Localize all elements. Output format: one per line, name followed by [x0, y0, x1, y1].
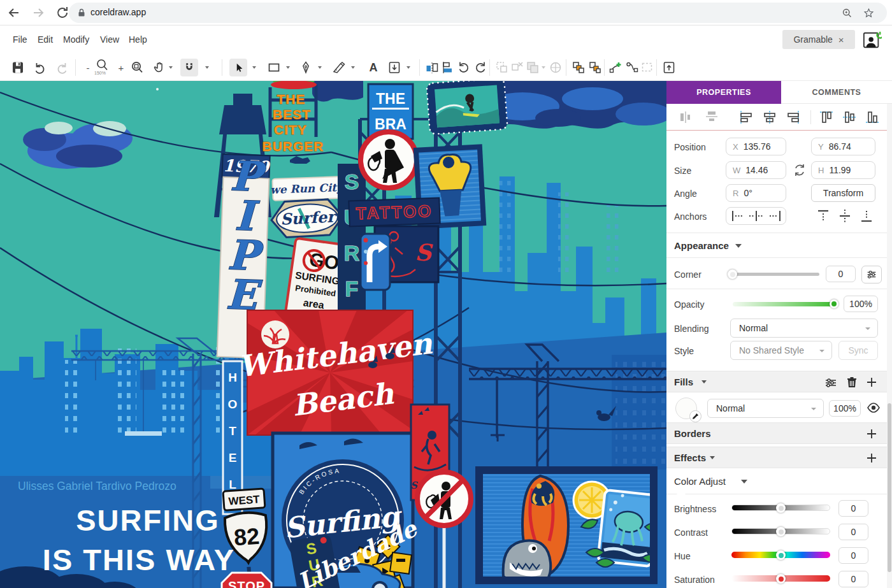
pan-tool-icon[interactable]: [152, 60, 167, 75]
pen-tool-icon[interactable]: [298, 60, 313, 75]
anchor-middle-icon[interactable]: [837, 208, 852, 224]
bookmark-star-icon[interactable]: [863, 8, 874, 18]
forward-icon[interactable]: [31, 5, 46, 20]
beach-drink-billboard[interactable]: [475, 466, 661, 585]
user-avatar[interactable]: [863, 30, 882, 49]
fill-mode-dropdown[interactable]: Normal: [707, 399, 824, 418]
rotate-cw-icon[interactable]: [473, 60, 488, 75]
contrast-handle[interactable]: [776, 527, 786, 536]
pen-caret[interactable]: [318, 66, 322, 69]
rotate-ccw-icon[interactable]: [456, 60, 471, 75]
distribute-v-icon[interactable]: [703, 109, 720, 125]
position-x-field[interactable]: X135.76: [726, 138, 786, 155]
color-adjust-header[interactable]: Color Adjust: [674, 476, 747, 487]
document-tab[interactable]: Gramable ×: [782, 30, 855, 49]
fill-visibility-icon[interactable]: [867, 403, 881, 413]
align-left-icon[interactable]: [738, 109, 754, 125]
knife-tool-icon[interactable]: [331, 60, 347, 75]
brightness-value[interactable]: 0: [838, 500, 868, 517]
drawing-canvas[interactable]: THE BEST CITY BURGER 1979 PIPE HOTEL we …: [0, 81, 666, 588]
distribute-h-icon[interactable]: [678, 109, 694, 125]
align-distribute-icon[interactable]: [441, 60, 456, 75]
snap-caret[interactable]: [205, 66, 209, 69]
save-icon[interactable]: [10, 60, 25, 75]
zoom-page-icon[interactable]: [842, 8, 852, 18]
refresh-icon[interactable]: [55, 5, 70, 20]
import-caret[interactable]: [406, 66, 410, 69]
anchor-right-icon[interactable]: [766, 210, 783, 222]
fill-eyedropper[interactable]: [689, 410, 701, 422]
align-top-icon[interactable]: [818, 109, 835, 125]
borders-section-header[interactable]: Borders: [666, 422, 892, 444]
align-bottom-icon[interactable]: [864, 109, 881, 125]
combine-caret[interactable]: [542, 66, 545, 69]
menu-edit[interactable]: Edit: [38, 34, 53, 45]
undo-icon[interactable]: [32, 60, 47, 75]
pan-tool-caret[interactable]: [169, 66, 173, 69]
hue-value[interactable]: 0: [838, 547, 868, 564]
rectangle-caret[interactable]: [286, 66, 290, 69]
we-run-city-sign[interactable]: we Run City: [270, 176, 345, 201]
document-tab-close[interactable]: ×: [838, 34, 844, 45]
effects-section-header[interactable]: Effects: [666, 447, 892, 468]
tab-comments[interactable]: COMMENTS: [781, 81, 892, 104]
hue-handle[interactable]: [776, 550, 786, 560]
fills-section-header[interactable]: Fills: [666, 371, 892, 392]
effects-add-icon[interactable]: [865, 452, 878, 464]
angle-field[interactable]: R0°: [726, 184, 786, 202]
combine-icon[interactable]: [525, 60, 540, 75]
whitehaven-billboard[interactable]: Whitehaven Beach: [236, 310, 435, 435]
borders-add-icon[interactable]: [865, 427, 878, 440]
order-backward-icon[interactable]: [587, 60, 603, 75]
stop-sign[interactable]: STOP: [222, 573, 271, 588]
opacity-value[interactable]: 100%: [844, 296, 878, 312]
menu-help[interactable]: Help: [129, 34, 147, 45]
arrow-sign[interactable]: [361, 234, 390, 290]
blending-dropdown[interactable]: Normal: [730, 319, 878, 338]
transform-button[interactable]: Transform: [811, 184, 875, 202]
opacity-slider[interactable]: [733, 302, 835, 306]
tab-properties[interactable]: PROPERTIES: [666, 81, 781, 104]
pick-tool-button[interactable]: [229, 59, 247, 76]
brightness-handle[interactable]: [776, 503, 786, 513]
saturation-value[interactable]: 0: [838, 571, 868, 587]
import-icon[interactable]: [387, 60, 402, 75]
anchor-bottom-icon[interactable]: [859, 208, 874, 224]
pick-caret[interactable]: [252, 66, 256, 69]
corner-options-button[interactable]: [861, 266, 882, 283]
surfer-photo-sign[interactable]: [426, 81, 507, 134]
weld-icon[interactable]: [548, 60, 563, 75]
fills-options-icon[interactable]: [824, 376, 837, 389]
knife-caret[interactable]: [351, 66, 355, 69]
ungroup-icon[interactable]: [510, 60, 525, 75]
menu-modify[interactable]: Modify: [63, 34, 89, 45]
size-w-field[interactable]: W14.46: [726, 161, 786, 179]
anchor-top-icon[interactable]: [816, 208, 831, 224]
contrast-value[interactable]: 0: [838, 524, 868, 540]
marquee-icon[interactable]: [640, 60, 655, 75]
menu-view[interactable]: View: [100, 34, 119, 45]
address-bar[interactable]: coreldraw.app: [69, 3, 887, 23]
appearance-header[interactable]: Appearance: [674, 240, 742, 251]
menu-file[interactable]: File: [13, 34, 27, 45]
order-forward-icon[interactable]: [571, 60, 586, 75]
corner-value[interactable]: 0: [826, 266, 856, 282]
position-y-field[interactable]: Y86.74: [811, 138, 875, 155]
no-surfing-sign[interactable]: [361, 132, 417, 188]
group-icon[interactable]: [494, 60, 510, 75]
connector-icon[interactable]: [624, 60, 640, 75]
style-sync-button[interactable]: Sync: [838, 341, 878, 360]
snap-magnet-button[interactable]: [180, 59, 198, 76]
size-h-field[interactable]: H11.99: [811, 161, 875, 179]
panel-scrollbar[interactable]: [887, 104, 892, 588]
tattoo-sign[interactable]: TATTOO: [349, 198, 440, 227]
zoom-out-button[interactable]: -: [80, 60, 96, 75]
align-middle-icon[interactable]: [841, 109, 858, 125]
rectangle-tool-icon[interactable]: [266, 60, 282, 75]
no-littering-sign[interactable]: [417, 472, 471, 526]
zoom-selection-icon[interactable]: [129, 60, 145, 75]
zoom-in-button[interactable]: +: [113, 60, 129, 75]
corner-slider[interactable]: [730, 273, 819, 276]
back-icon[interactable]: [6, 5, 22, 20]
corner-slider-handle[interactable]: [728, 269, 737, 279]
